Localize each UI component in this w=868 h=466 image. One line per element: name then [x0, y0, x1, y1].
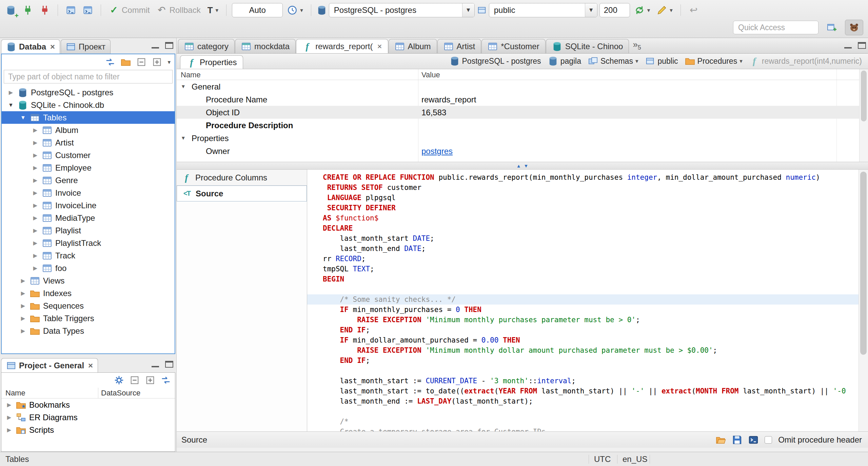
property-row-procedure-description[interactable]: Procedure Description [177, 119, 868, 132]
value-column-header[interactable]: Value [421, 71, 440, 79]
minimize-editor-button[interactable] [844, 42, 852, 49]
expand-twistie-icon[interactable]: ▶ [19, 303, 27, 309]
expand-twistie-icon[interactable]: ▶ [19, 290, 27, 296]
expand-twistie-icon[interactable]: ▶ [32, 139, 39, 146]
editor-tab-sqlite-chinoo[interactable]: SQLite - Chinoo [546, 39, 629, 53]
pane-splitter[interactable]: ▲▼ [177, 162, 868, 170]
expand-twistie-icon[interactable]: ▶ [32, 227, 39, 234]
chevron-down-icon[interactable]: ▾ [739, 58, 743, 65]
tree-item-table-triggers[interactable]: ▶Table Triggers [2, 312, 175, 325]
collapse-twistie-icon[interactable]: ▼ [181, 135, 186, 141]
editor-tab-mockdata[interactable]: mockdata [235, 39, 296, 53]
chevron-down-icon[interactable]: ▾ [635, 58, 638, 65]
omit-header-checkbox[interactable] [765, 436, 772, 444]
expand-twistie-icon[interactable]: ▶ [32, 240, 39, 246]
tree-item-foo[interactable]: ▶foo [2, 262, 175, 274]
tree-item-indexes[interactable]: ▶Indexes [2, 287, 175, 299]
maximize-view-button[interactable] [165, 361, 173, 368]
tree-item-track[interactable]: ▶Track [2, 249, 175, 262]
tree-item-genre[interactable]: ▶Genre [2, 174, 175, 187]
scrollbar-thumb[interactable] [860, 172, 867, 355]
tree-item-artist[interactable]: ▶Artist [2, 136, 175, 149]
column-header-name[interactable]: Name [1, 389, 98, 397]
collapse-down-icon[interactable]: ▼ [524, 163, 529, 168]
expand-twistie-icon[interactable]: ▶ [5, 427, 13, 433]
expand-twistie-icon[interactable]: ▶ [19, 328, 27, 334]
refresh-button[interactable]: ▾ [632, 3, 653, 18]
property-row-properties[interactable]: ▼Properties [177, 132, 868, 144]
collapse-twistie-icon[interactable]: ▼ [7, 102, 15, 108]
side-tab-procedure-columns[interactable]: fProcedure Columns [177, 170, 307, 186]
tree-item-views[interactable]: ▶Views [2, 274, 175, 287]
object-filter-input[interactable] [4, 70, 173, 83]
tab-overflow-button[interactable]: »5 [633, 40, 641, 51]
expand-twistie-icon[interactable]: ▶ [32, 252, 39, 259]
property-row-procedure-name[interactable]: Procedure Namerewards_report [177, 93, 868, 106]
tree-item-invoiceline[interactable]: ▶InvoiceLine [2, 199, 175, 212]
expand-all-icon[interactable] [145, 375, 155, 385]
collapse-all-icon[interactable] [130, 375, 140, 385]
chevron-down-icon[interactable]: ▼ [462, 3, 474, 17]
expand-twistie-icon[interactable]: ▶ [19, 277, 27, 284]
dbeaver-perspective-button[interactable] [845, 20, 863, 35]
editor-tab-category[interactable]: category [178, 39, 235, 53]
property-row-general[interactable]: ▼General [177, 80, 868, 93]
breadcrumb-item-postgresql-postgres[interactable]: PostgreSQL - postgres [450, 56, 541, 66]
tab-project-general[interactable]: Project - General× [1, 358, 98, 372]
tree-item-mediatype[interactable]: ▶MediaType [2, 212, 175, 224]
connection-combo[interactable]: PostgreSQL - postgres▼ [329, 3, 475, 17]
save-to-file-icon[interactable] [732, 435, 742, 445]
project-item-scripts[interactable]: ▶Scripts [1, 424, 175, 436]
property-row-object-id[interactable]: Object ID16,583 [177, 106, 868, 119]
link-with-editor-icon[interactable] [161, 375, 171, 385]
expand-twistie-icon[interactable]: ▶ [5, 402, 13, 408]
tree-item-invoice[interactable]: ▶Invoice [2, 187, 175, 199]
open-perspective-button[interactable] [823, 20, 841, 35]
connect-button[interactable] [20, 3, 35, 18]
expand-twistie-icon[interactable]: ▶ [19, 315, 27, 322]
editor-tab-rewards-report[interactable]: frewards_report(× [296, 39, 388, 53]
quick-access-input[interactable] [733, 21, 818, 34]
new-sql-editor-button[interactable] [63, 3, 78, 18]
disconnect-button[interactable] [37, 3, 52, 18]
fetch-size-input[interactable] [599, 3, 630, 17]
expand-twistie-icon[interactable]: ▶ [32, 127, 39, 133]
collapse-folder-icon[interactable] [121, 57, 131, 67]
expand-twistie-icon[interactable]: ▶ [32, 164, 39, 171]
editor-tab-album[interactable]: Album [389, 39, 437, 53]
breadcrumb-item-schemas[interactable]: Schemas▾ [588, 56, 638, 66]
expand-twistie-icon[interactable]: ▶ [32, 190, 39, 196]
close-icon[interactable]: × [50, 43, 55, 51]
tab-database-navigator[interactable]: Databa× [1, 39, 60, 54]
tree-item-data-types[interactable]: ▶Data Types [2, 325, 175, 337]
maximize-view-button[interactable] [165, 42, 173, 49]
tab-properties[interactable]: fProperties [180, 55, 243, 69]
tree-item-sqlite-chinook-db[interactable]: ▼SQLite - Chinook.db [2, 99, 175, 111]
transaction-mode-button[interactable]: T▾ [205, 3, 221, 18]
tab-projects[interactable]: Проект [61, 39, 111, 54]
transaction-log-button[interactable]: ▾ [285, 3, 305, 18]
close-tab-icon[interactable]: × [377, 42, 382, 51]
schema-combo[interactable]: public▼ [489, 3, 597, 17]
expand-twistie-icon[interactable]: ▶ [32, 215, 39, 221]
minimize-view-button[interactable] [151, 361, 160, 368]
link-with-editor-icon[interactable] [105, 57, 115, 67]
scrollbar-thumb[interactable] [861, 71, 867, 121]
properties-scrollbar[interactable] [859, 69, 868, 162]
breadcrumb-item-pagila[interactable]: pagila [548, 56, 581, 66]
tree-item-album[interactable]: ▶Album [2, 124, 175, 136]
breadcrumb-item-rewards-report-int4-numeric[interactable]: frewards_report(int4,numeric) [749, 56, 862, 66]
collapse-twistie-icon[interactable]: ▼ [19, 115, 27, 121]
new-connection-button[interactable]: + [3, 3, 18, 18]
project-item-bookmarks[interactable]: ▶★Bookmarks [1, 399, 175, 411]
expand-all-icon[interactable] [152, 57, 162, 67]
tree-item-customer[interactable]: ▶Customer [2, 149, 175, 161]
collapse-up-icon[interactable]: ▲ [516, 163, 521, 168]
commit-button[interactable]: ✓Commit [106, 3, 152, 18]
tree-item-playlist[interactable]: ▶Playlist [2, 224, 175, 237]
tree-item-postgresql-postgres[interactable]: ▶PostgreSQL - postgres [2, 86, 175, 99]
editor-tab-artist[interactable]: Artist [437, 39, 481, 53]
maximize-editor-button[interactable] [858, 42, 866, 49]
side-tab-source[interactable]: <TSource [177, 186, 307, 201]
view-menu-icon[interactable]: ▾ [167, 59, 171, 66]
